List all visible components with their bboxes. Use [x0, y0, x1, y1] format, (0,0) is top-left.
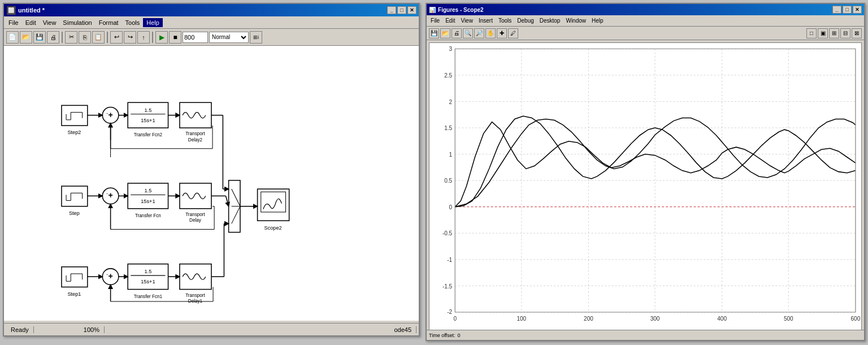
svg-text:500: 500 — [784, 316, 793, 322]
status-zoom: 100% — [79, 326, 105, 333]
status-ready: Ready — [6, 326, 34, 333]
print-button[interactable]: 🖨 — [47, 31, 59, 44]
scope-menu-file[interactable]: File — [428, 17, 442, 24]
scope-close-button[interactable]: ✕ — [853, 6, 862, 14]
svg-rect-79 — [429, 43, 861, 330]
scope-zoom-in-btn[interactable]: 🔍 — [463, 28, 473, 38]
menu-help[interactable]: Help — [143, 18, 163, 27]
new-button[interactable]: 📄 — [6, 31, 19, 44]
svg-rect-33 — [180, 183, 211, 209]
menu-edit[interactable]: Edit — [22, 18, 40, 27]
scope-menu-window[interactable]: Window — [563, 17, 589, 24]
scope-data-cursor-btn[interactable]: ✚ — [497, 28, 507, 38]
paste-button[interactable]: 📋 — [92, 31, 105, 44]
scope-menu-help[interactable]: Help — [589, 17, 606, 24]
stop-button[interactable]: ■ — [169, 31, 181, 44]
td-label: Transport — [185, 212, 205, 217]
scope-menu-insert[interactable]: Insert — [476, 17, 496, 24]
run-button[interactable]: ▶ — [155, 31, 168, 44]
menu-simulation[interactable]: Simulation — [59, 18, 95, 27]
scope-titlebar: 📊 Figures - Scope2 _ □ ✕ — [427, 4, 864, 15]
svg-text:300: 300 — [650, 316, 660, 322]
up-button[interactable]: ↑ — [137, 31, 150, 44]
scope-maximize-button[interactable]: □ — [843, 6, 852, 14]
td2-label: Transport — [185, 131, 205, 136]
scope-save-btn[interactable]: 💾 — [429, 28, 439, 38]
simulink-menubar: File Edit View Simulation Format Tools H… — [4, 16, 419, 29]
scope-window-controls[interactable]: _ □ ✕ — [832, 6, 862, 14]
open-button[interactable]: 📂 — [20, 31, 32, 44]
svg-text:600: 600 — [851, 316, 861, 322]
svg-rect-67 — [261, 192, 286, 212]
scope-layout-btn4[interactable]: ⊟ — [840, 28, 850, 38]
svg-rect-36 — [62, 267, 88, 287]
cut-button[interactable]: ✂ — [65, 31, 77, 44]
svg-text:+: + — [108, 191, 112, 200]
copy-button[interactable]: ⎘ — [79, 31, 91, 44]
menu-view[interactable]: View — [40, 18, 60, 27]
svg-rect-15 — [180, 102, 211, 128]
svg-text:400: 400 — [717, 316, 727, 322]
minimize-button[interactable]: _ — [387, 6, 396, 14]
simulink-diagram: Step2 + - 1.5 15s+1 Transfer Fcn2 Transp… — [4, 46, 419, 321]
scope-menu-tools[interactable]: Tools — [496, 17, 514, 24]
scope-open-btn[interactable]: 📂 — [440, 28, 450, 38]
simulink-titlebar: 🔲 untitled * _ □ ✕ — [4, 4, 419, 16]
menu-file[interactable]: File — [5, 18, 22, 27]
scope-menu-desktop[interactable]: Desktop — [537, 17, 563, 24]
sim-time-input[interactable] — [183, 32, 208, 43]
save-button[interactable]: 💾 — [33, 31, 46, 44]
menu-tools[interactable]: Tools — [122, 18, 144, 27]
simulink-window-controls[interactable]: _ □ ✕ — [387, 6, 416, 14]
svg-text:-: - — [106, 191, 108, 196]
library-button[interactable]: ⊞i — [250, 31, 262, 44]
scope-statusbar: Time offset: 0 — [427, 330, 864, 340]
svg-text:1.5: 1.5 — [145, 269, 152, 274]
tfcn1-label: Transfer Fcn1 — [134, 294, 163, 299]
svg-text:0.5: 0.5 — [444, 178, 452, 184]
scope-menu-edit[interactable]: Edit — [442, 17, 458, 24]
scope-window: 📊 Figures - Scope2 _ □ ✕ File Edit View … — [426, 3, 865, 341]
step2-label: Step2 — [67, 130, 81, 135]
maximize-button[interactable]: □ — [397, 6, 406, 14]
svg-text:15s+1: 15s+1 — [141, 279, 155, 284]
svg-text:1: 1 — [449, 152, 453, 158]
scope-layout-btn2[interactable]: ▣ — [818, 28, 828, 38]
scope-menubar: File Edit View Insert Tools Debug Deskto… — [427, 15, 864, 27]
sim-mode-select[interactable]: Normal Accelerator — [209, 32, 249, 43]
scope-time-offset-value: 0 — [458, 333, 461, 338]
scope-pan-btn[interactable]: ✋ — [485, 28, 496, 38]
svg-text:Delay2: Delay2 — [188, 137, 203, 143]
svg-text:3: 3 — [449, 46, 453, 52]
scope-brush-btn[interactable]: 🖊 — [508, 28, 518, 38]
menu-format[interactable]: Format — [96, 18, 122, 27]
scope-menu-debug[interactable]: Debug — [514, 17, 536, 24]
scope-zoom-out-btn[interactable]: 🔎 — [474, 28, 484, 38]
scope-toolbar: 💾 📂 🖨 🔍 🔎 ✋ ✚ 🖊 □ ▣ ⊞ ⊟ ⊠ — [427, 27, 864, 40]
tfcn2-label: Transfer Fcn2 — [134, 132, 163, 137]
scope-layout-btn3[interactable]: ⊞ — [829, 28, 839, 38]
svg-text:100: 100 — [517, 316, 527, 322]
sep3 — [152, 32, 153, 43]
svg-rect-12 — [128, 102, 168, 128]
scope-print-btn[interactable]: 🖨 — [452, 28, 462, 38]
svg-text:1.5: 1.5 — [145, 188, 152, 193]
svg-rect-0 — [62, 105, 88, 126]
svg-text:0: 0 — [453, 316, 457, 322]
undo-button[interactable]: ↩ — [110, 31, 123, 44]
redo-button[interactable]: ↪ — [124, 31, 136, 44]
scope-layout-btn1[interactable]: □ — [806, 28, 817, 38]
scope-layout-btn5[interactable]: ⊠ — [852, 28, 862, 38]
svg-text:Delay: Delay — [189, 218, 202, 223]
svg-text:200: 200 — [584, 316, 593, 322]
simulink-toolbar: 📄 📂 💾 🖨 ✂ ⎘ 📋 ↩ ↪ ↑ ▶ ■ Normal Accelerat… — [4, 29, 419, 46]
scope-minimize-button[interactable]: _ — [832, 6, 841, 14]
simulink-window: 🔲 untitled * _ □ ✕ File Edit View Simula… — [3, 3, 420, 337]
svg-text:-1: -1 — [447, 257, 452, 263]
simulink-canvas[interactable]: Step2 + - 1.5 15s+1 Transfer Fcn2 Transp… — [4, 46, 419, 321]
close-button[interactable]: ✕ — [407, 6, 416, 14]
svg-rect-28 — [128, 183, 168, 209]
scope-menu-view[interactable]: View — [458, 17, 476, 24]
svg-text:-: - — [106, 272, 108, 277]
svg-text:+: + — [108, 271, 112, 281]
